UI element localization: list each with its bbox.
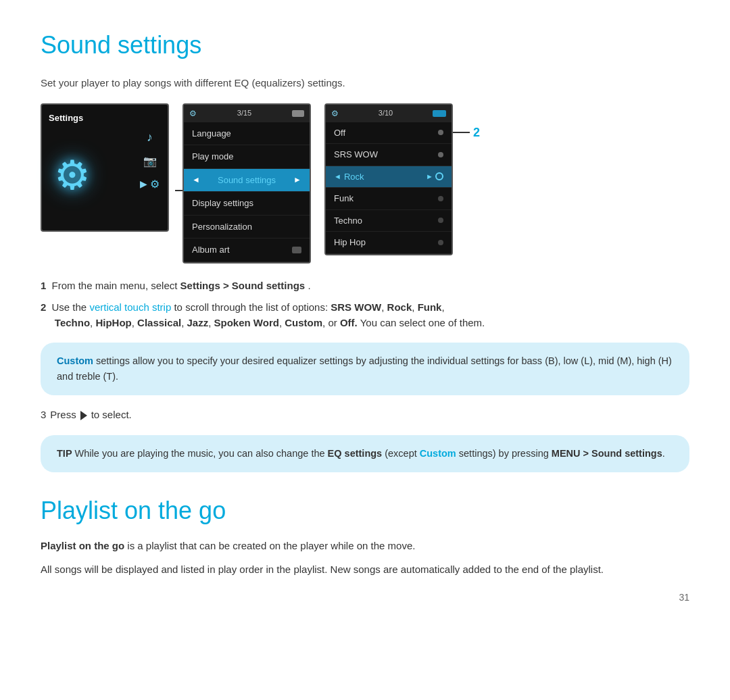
option-off: Off bbox=[326, 122, 452, 145]
radio-dot-techno bbox=[438, 218, 443, 223]
step-3-post: to select. bbox=[91, 407, 132, 423]
step-1-post: . bbox=[308, 280, 310, 291]
step-2-mid: to scroll through the list of options: bbox=[171, 301, 331, 313]
step2-end: You can select one of them. bbox=[358, 317, 485, 328]
radio-dot-hiphop bbox=[438, 240, 443, 245]
arrow-dot-rock: ► bbox=[426, 171, 443, 182]
off-label: Off bbox=[334, 126, 345, 140]
funk-text: Funk bbox=[418, 301, 442, 313]
intro-text: Set your player to play songs with diffe… bbox=[41, 76, 689, 91]
right-arrow-icon: ► bbox=[293, 174, 301, 186]
comma1: , bbox=[381, 301, 387, 313]
custom-info-box: Custom settings allow you to specify you… bbox=[41, 343, 689, 395]
step-3-number: 3 bbox=[41, 407, 46, 423]
techno-label: Techno bbox=[334, 214, 362, 228]
menu-item-playmode: Play mode bbox=[184, 145, 310, 169]
right-arrow-rock: ► bbox=[426, 171, 433, 182]
tip-text1: While you are playing the music, you can… bbox=[72, 448, 328, 459]
playlist-intro: Playlist on the go is a playlist that ca… bbox=[41, 539, 689, 554]
tip-text4: . bbox=[662, 448, 665, 459]
step-2-pre: Use the bbox=[52, 301, 90, 313]
playlist-title: Playlist on the go bbox=[41, 493, 689, 529]
funk-label: Funk bbox=[334, 192, 354, 205]
hiphop-label: Hip Hop bbox=[334, 236, 366, 249]
callout-number-2: 2 bbox=[473, 124, 480, 142]
play-icon bbox=[80, 411, 87, 420]
tip-label: TIP bbox=[57, 448, 72, 459]
album-art-text: Album art bbox=[192, 243, 230, 257]
device3-screen: ⚙ 3/10 Off SRS WOW ◄ Rock ► Fu bbox=[324, 103, 453, 255]
gear-icon-top: ⚙ bbox=[189, 107, 197, 120]
eq-settings-bold: EQ settings bbox=[328, 448, 383, 459]
gear-icon-top3: ⚙ bbox=[331, 107, 339, 120]
info-box-text: settings allow you to specify your desir… bbox=[57, 355, 672, 382]
radio-dot-srswow bbox=[438, 152, 443, 157]
option-funk: Funk bbox=[326, 188, 452, 210]
callout-2: 2 bbox=[453, 124, 480, 142]
step-1: 1 From the main menu, select Settings > … bbox=[41, 278, 689, 294]
music-note-icon: ♪ bbox=[147, 128, 153, 147]
device1-screen: Settings ⚙ ♪ 📷 ▶ ⚙ 1 bbox=[41, 103, 169, 232]
hiphop-text: HipHop bbox=[95, 317, 131, 328]
left-arrow-rock: ◄ bbox=[334, 171, 341, 182]
step-1-number: 1 bbox=[41, 280, 46, 291]
devices-row: Settings ⚙ ♪ 📷 ▶ ⚙ 1 ⚙ 3/15 Language Pla… bbox=[41, 103, 689, 264]
spoken-text: Spoken Word bbox=[214, 317, 279, 328]
off-text: Off. bbox=[340, 317, 358, 328]
jazz-text: Jazz bbox=[187, 317, 208, 328]
playlist-intro-text: is a playlist that can be created on the… bbox=[124, 540, 415, 551]
menu-item-display-settings: Display settings bbox=[184, 192, 310, 216]
menu-item-album-art: Album art bbox=[184, 239, 310, 262]
option-srswow: SRS WOW bbox=[326, 144, 452, 166]
sound-settings-label: Sound settings bbox=[218, 174, 276, 187]
vertical-touch-strip-text: vertical touch strip bbox=[89, 301, 171, 313]
album-art-icon bbox=[292, 247, 301, 253]
step-3: 3 Press to select. bbox=[41, 407, 689, 423]
custom-bold: Custom bbox=[57, 355, 93, 366]
radio-dot-funk bbox=[438, 196, 443, 201]
menu-item-personalization: Personalization bbox=[184, 216, 310, 239]
step-2-options: SRS WOW bbox=[331, 301, 381, 313]
rock-label: Rock bbox=[341, 170, 426, 184]
circle-outline-rock bbox=[435, 172, 443, 180]
step-2: 2 Use the vertical touch strip to scroll… bbox=[41, 300, 689, 330]
camera-icon: 📷 bbox=[143, 153, 157, 170]
battery-icon-3 bbox=[433, 110, 446, 117]
option-hiphop: Hip Hop bbox=[326, 232, 452, 254]
classical-text: Classical bbox=[137, 317, 181, 328]
or-text: , or bbox=[322, 317, 340, 328]
comma2: , bbox=[412, 301, 417, 313]
tip-text3: settings) by pressing bbox=[456, 448, 552, 459]
step-2-number: 2 bbox=[41, 301, 46, 313]
steps-section: 1 From the main menu, select Settings > … bbox=[41, 278, 689, 331]
option-techno: Techno bbox=[326, 210, 452, 232]
comma7: , bbox=[208, 317, 214, 328]
tip-text2: (except bbox=[382, 448, 420, 459]
device2-counter: 3/15 bbox=[237, 107, 251, 119]
callout-line-2 bbox=[453, 132, 470, 133]
device1-header: Settings bbox=[49, 111, 161, 125]
option-rock: ◄ Rock ► bbox=[326, 166, 452, 189]
gear-small-icon: ⚙ bbox=[150, 176, 160, 193]
gear-row: ▶ ⚙ bbox=[140, 176, 160, 193]
menu-item-sound-settings: ◄ Sound settings ► bbox=[184, 169, 310, 193]
gear-icon-large: ⚙ bbox=[54, 145, 91, 206]
comma8: , bbox=[279, 317, 285, 328]
playlist-bold-intro: Playlist on the go bbox=[41, 540, 124, 551]
radio-dot-off bbox=[438, 130, 443, 135]
arrow-right-icon: ▶ bbox=[140, 177, 147, 191]
device3-counter: 3/10 bbox=[379, 107, 393, 119]
battery-icon bbox=[292, 110, 304, 117]
step-1-bold: Settings > Sound settings bbox=[180, 280, 306, 291]
menu-sound-bold: MENU > Sound settings bbox=[552, 448, 662, 459]
device2-topbar: ⚙ 3/15 bbox=[184, 105, 310, 122]
left-arrow-icon: ◄ bbox=[192, 174, 200, 186]
device3-wrapper: ⚙ 3/10 Off SRS WOW ◄ Rock ► Fu bbox=[324, 103, 453, 255]
playlist-body: All songs will be displayed and listed i… bbox=[41, 562, 689, 578]
step-3-pre: Press bbox=[50, 407, 76, 423]
srswow-label: SRS WOW bbox=[334, 148, 378, 161]
page-number: 31 bbox=[41, 591, 689, 605]
comma5: , bbox=[132, 317, 137, 328]
rock-text: Rock bbox=[387, 301, 412, 313]
menu-item-language: Language bbox=[184, 122, 310, 146]
